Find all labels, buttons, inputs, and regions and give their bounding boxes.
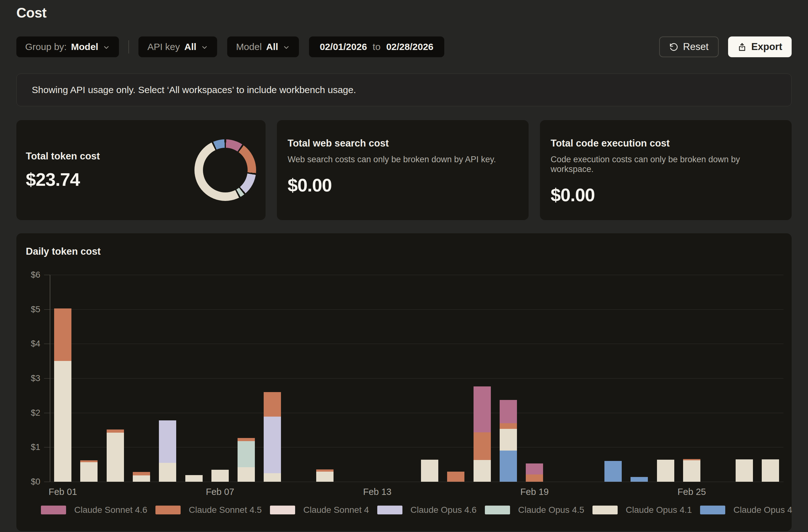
api-key-value: All xyxy=(184,41,196,52)
legend-item: Claude Opus 4.1 xyxy=(592,505,692,515)
bar-segment[interactable] xyxy=(107,430,124,433)
bar-segment[interactable] xyxy=(474,432,491,460)
bar-segment[interactable] xyxy=(159,420,176,463)
legend-label: Claude Opus 4 xyxy=(733,505,792,515)
bar-segment[interactable] xyxy=(762,459,779,482)
bar-segment[interactable] xyxy=(316,472,333,482)
date-end: 02/28/2026 xyxy=(386,41,433,52)
bar-segment[interactable] xyxy=(185,475,203,482)
cost-page: Cost Group by: Model API key All Model A… xyxy=(0,5,808,531)
y-axis-label: $2 xyxy=(31,408,40,418)
total-web-search-cost-card: Total web search cost Web search costs c… xyxy=(277,120,529,220)
bar-segment[interactable] xyxy=(736,459,753,482)
bar-segment[interactable] xyxy=(683,459,700,460)
model-value: All xyxy=(266,41,278,52)
total-code-execution-cost-description: Code execution costs can only be broken … xyxy=(551,155,781,174)
reset-button[interactable]: Reset xyxy=(659,36,719,57)
bar-segment[interactable] xyxy=(526,474,543,482)
reset-button-label: Reset xyxy=(683,41,709,53)
bar-segment[interactable] xyxy=(80,462,97,482)
bar-segment[interactable] xyxy=(212,470,229,482)
bar-segment[interactable] xyxy=(159,463,176,482)
bar-segment[interactable] xyxy=(526,463,543,474)
reset-icon xyxy=(669,42,678,52)
bar-segment[interactable] xyxy=(500,429,517,451)
bar-segment[interactable] xyxy=(133,472,150,475)
bar-segment[interactable] xyxy=(238,438,255,441)
daily-token-cost-title: Daily token cost xyxy=(26,246,784,257)
api-key-label: API key xyxy=(147,41,180,52)
bar-segment[interactable] xyxy=(238,467,255,482)
y-axis-label: $6 xyxy=(31,270,40,280)
legend-label: Claude Sonnet 4.6 xyxy=(74,505,147,515)
bar-segment[interactable] xyxy=(630,477,648,482)
export-icon xyxy=(737,42,747,52)
gridline xyxy=(50,413,784,413)
daily-token-cost-chart: $0$1$2$3$4$5$6Feb 01Feb 07Feb 13Feb 19Fe… xyxy=(50,275,784,482)
total-code-execution-cost-value: $0.00 xyxy=(551,184,781,205)
chart-legend: Claude Sonnet 4.6Claude Sonnet 4.5Claude… xyxy=(41,505,784,515)
bar-segment[interactable] xyxy=(316,470,333,472)
group-by-value: Model xyxy=(71,41,98,52)
gridline xyxy=(50,275,784,275)
legend-item: Claude Sonnet 4.5 xyxy=(155,505,262,515)
bar-segment[interactable] xyxy=(421,460,438,482)
bar-segment[interactable] xyxy=(107,433,124,482)
x-axis-label: Feb 19 xyxy=(520,487,549,497)
y-axis-tick xyxy=(44,378,50,379)
bar-segment[interactable] xyxy=(264,417,281,473)
bar-segment[interactable] xyxy=(500,423,517,429)
legend-swatch-icon xyxy=(270,506,295,514)
bar-segment[interactable] xyxy=(447,472,464,482)
total-code-execution-cost-title: Total code execution cost xyxy=(551,138,781,149)
group-by-label: Group by: xyxy=(25,41,67,52)
y-axis-label: $5 xyxy=(31,304,40,314)
model-dropdown[interactable]: Model All xyxy=(227,36,299,57)
y-axis-tick xyxy=(44,447,50,448)
bar-segment[interactable] xyxy=(80,460,97,462)
gridline xyxy=(50,482,784,482)
y-axis-label: $4 xyxy=(31,339,40,349)
bar-segment[interactable] xyxy=(133,475,150,482)
y-axis-tick xyxy=(44,275,50,275)
x-axis-label: Feb 13 xyxy=(363,487,391,497)
legend-item: Claude Opus 4 xyxy=(700,505,792,515)
legend-item: Claude Opus 4.5 xyxy=(485,505,584,515)
bar-segment[interactable] xyxy=(474,386,491,432)
bar-segment[interactable] xyxy=(238,441,255,467)
x-axis-label: Feb 01 xyxy=(49,487,77,497)
chevron-down-icon xyxy=(282,44,290,51)
y-axis-tick xyxy=(44,413,50,413)
legend-swatch-icon xyxy=(485,506,510,514)
bar-segment[interactable] xyxy=(54,361,71,482)
group-by-dropdown[interactable]: Group by: Model xyxy=(16,36,119,57)
legend-label: Claude Opus 4.5 xyxy=(518,505,584,515)
bar-segment[interactable] xyxy=(264,392,281,417)
gridline xyxy=(50,344,784,344)
bar-segment[interactable] xyxy=(683,460,700,482)
date-range-picker[interactable]: 02/01/2026 to 02/28/2026 xyxy=(309,36,444,57)
total-token-cost-title: Total token cost xyxy=(26,151,100,162)
export-button[interactable]: Export xyxy=(728,36,792,57)
bar-segment[interactable] xyxy=(657,460,674,482)
total-web-search-cost-value: $0.00 xyxy=(288,174,518,195)
chevron-down-icon xyxy=(201,44,208,51)
bar-segment[interactable] xyxy=(264,473,281,482)
bar-segment[interactable] xyxy=(604,461,622,482)
legend-swatch-icon xyxy=(592,506,618,514)
bar-segment[interactable] xyxy=(500,451,517,482)
chevron-down-icon xyxy=(103,44,110,51)
info-banner-text: Showing API usage only. Select ‘All work… xyxy=(32,84,356,95)
total-token-cost-value: $23.74 xyxy=(26,169,100,190)
bar-segment[interactable] xyxy=(474,460,491,482)
date-start: 02/01/2026 xyxy=(320,41,367,52)
bar-segment[interactable] xyxy=(54,308,71,361)
model-label: Model xyxy=(236,41,262,52)
filter-divider xyxy=(128,40,129,54)
api-key-dropdown[interactable]: API key All xyxy=(139,36,217,57)
y-axis-tick xyxy=(44,482,50,482)
export-button-label: Export xyxy=(751,41,782,53)
bar-segment[interactable] xyxy=(500,400,517,423)
legend-swatch-icon xyxy=(155,506,181,514)
y-axis-label: $3 xyxy=(31,374,40,383)
